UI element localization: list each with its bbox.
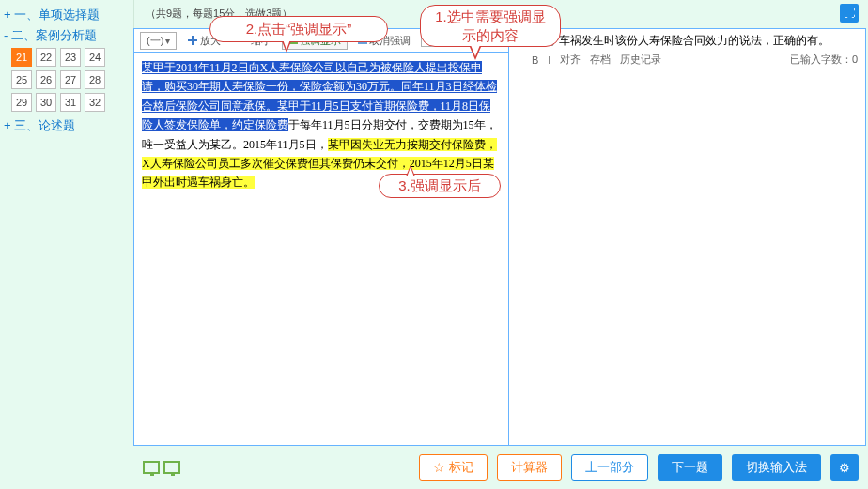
monitor-icon bbox=[143, 461, 160, 474]
passage-pane: (一) ▾ 放大 缩小 强调显示 bbox=[134, 29, 509, 445]
mark-button[interactable]: ☆ 标记 bbox=[419, 454, 488, 481]
answer-textarea[interactable] bbox=[509, 69, 865, 445]
chevron-down-icon: ▾ bbox=[165, 36, 170, 46]
question-num-22[interactable]: 22 bbox=[36, 48, 56, 67]
align-button[interactable]: 对齐 bbox=[560, 53, 581, 67]
question-header: (1) 关于车祸发生时该份人寿保险合同效力的说法，正确的有。 bbox=[509, 29, 865, 51]
star-icon: ☆ bbox=[433, 460, 445, 475]
italic-button[interactable]: I bbox=[548, 54, 550, 66]
sidebar: + 一、单项选择题 - 二、案例分析题 21 22 23 24 25 26 27… bbox=[0, 0, 133, 489]
question-num-23[interactable]: 23 bbox=[60, 48, 81, 67]
gear-icon: ⚙ bbox=[839, 461, 850, 475]
question-num-32[interactable]: 32 bbox=[85, 93, 105, 112]
save-button[interactable]: 存档 bbox=[590, 53, 611, 67]
monitor-icon bbox=[163, 461, 180, 474]
fullscreen-button[interactable]: ⛶ bbox=[840, 4, 859, 23]
section-link-single-choice[interactable]: + 一、单项选择题 bbox=[4, 7, 128, 23]
question-num-31[interactable]: 31 bbox=[60, 93, 81, 112]
section-link-essay[interactable]: + 三、论述题 bbox=[4, 117, 128, 134]
char-counter: 已输入字数：0 bbox=[790, 53, 858, 67]
question-num-24[interactable]: 24 bbox=[85, 48, 105, 67]
layout-toggle[interactable] bbox=[143, 461, 180, 474]
hint-callout-3: 3.强调显示后 bbox=[379, 174, 501, 198]
question-num-29[interactable]: 29 bbox=[11, 93, 32, 112]
hint-callout-1: 1.选中需要强调显示的内容 bbox=[420, 5, 561, 47]
answer-pane: (1) 关于车祸发生时该份人寿保险合同效力的说法，正确的有。 B I 对齐 存档… bbox=[509, 29, 865, 445]
history-button[interactable]: 历史记录 bbox=[620, 53, 661, 67]
bold-button[interactable]: B bbox=[532, 54, 538, 66]
plus-icon bbox=[187, 35, 198, 46]
calculator-button[interactable]: 计算器 bbox=[497, 454, 562, 481]
answer-toolbar: B I 对齐 存档 历史记录 已输入字数：0 bbox=[509, 51, 865, 69]
work-area: (一) ▾ 放大 缩小 强调显示 bbox=[133, 28, 866, 446]
question-num-26[interactable]: 26 bbox=[36, 70, 56, 89]
hint-callout-2: 2.点击“强调显示” bbox=[209, 16, 388, 42]
prev-section-button[interactable]: 上一部分 bbox=[571, 454, 648, 481]
question-num-30[interactable]: 30 bbox=[36, 93, 56, 112]
question-text: 关于车祸发生时该份人寿保险合同效力的说法，正确的有。 bbox=[536, 33, 829, 49]
fullscreen-icon: ⛶ bbox=[844, 7, 855, 20]
passage-text[interactable]: 某甲于2014年11月2日向X人寿保险公司以自己为被保险人提出投保申请，购买30… bbox=[134, 53, 508, 445]
question-number-grid: 21 22 23 24 25 26 27 28 29 30 31 32 bbox=[11, 48, 128, 112]
settings-button[interactable]: ⚙ bbox=[830, 454, 859, 481]
question-num-21[interactable]: 21 bbox=[11, 48, 32, 67]
section-link-case[interactable]: - 二、案例分析题 bbox=[4, 27, 128, 44]
question-num-27[interactable]: 27 bbox=[60, 70, 81, 89]
main-pane: （共9题，每题15分，选做3题） ⛶ (一) ▾ 放大 bbox=[133, 0, 868, 489]
switch-ime-button[interactable]: 切换输入法 bbox=[732, 454, 821, 481]
group-dropdown[interactable]: (一) ▾ bbox=[140, 32, 177, 50]
question-num-25[interactable]: 25 bbox=[11, 70, 32, 89]
next-question-button[interactable]: 下一题 bbox=[658, 454, 722, 481]
question-num-28[interactable]: 28 bbox=[85, 70, 105, 89]
footer: ☆ 标记 计算器 上一部分 下一题 切换输入法 ⚙ bbox=[133, 446, 868, 489]
